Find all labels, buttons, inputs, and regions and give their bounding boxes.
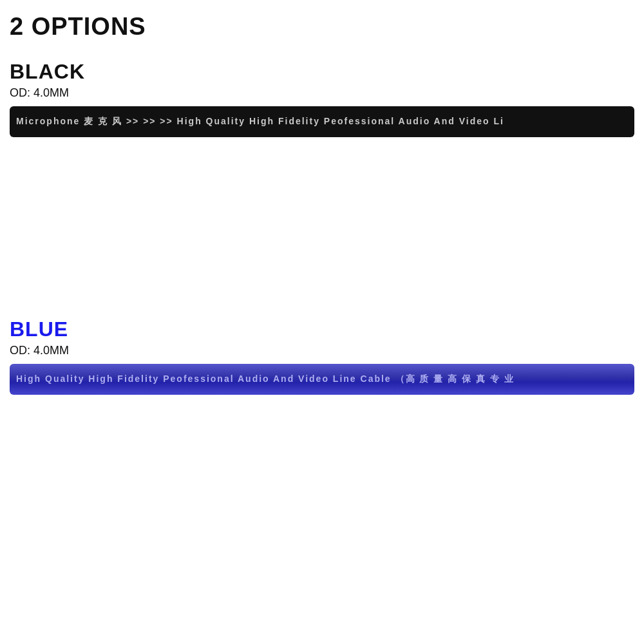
- options-title: 2 OPTIONS: [10, 13, 634, 41]
- black-cable-text: Microphone 麦 克 风 >> >> >> High Quality H…: [10, 116, 504, 128]
- black-option-section: BLACK OD: 4.0MM Microphone 麦 克 风 >> >> >…: [10, 60, 634, 137]
- blue-cable-text: High Quality High Fidelity Peofessional …: [10, 374, 515, 385]
- page-container: 2 OPTIONS BLACK OD: 4.0MM Microphone 麦 克…: [0, 0, 644, 644]
- black-option-od: OD: 4.0MM: [10, 86, 634, 100]
- blue-cable: High Quality High Fidelity Peofessional …: [10, 364, 634, 395]
- black-cable: Microphone 麦 克 风 >> >> >> High Quality H…: [10, 106, 634, 137]
- blue-option-section: BLUE OD: 4.0MM High Quality High Fidelit…: [10, 317, 634, 395]
- blue-option-label: BLUE: [10, 317, 634, 341]
- black-option-label: BLACK: [10, 60, 634, 84]
- blue-option-od: OD: 4.0MM: [10, 344, 634, 357]
